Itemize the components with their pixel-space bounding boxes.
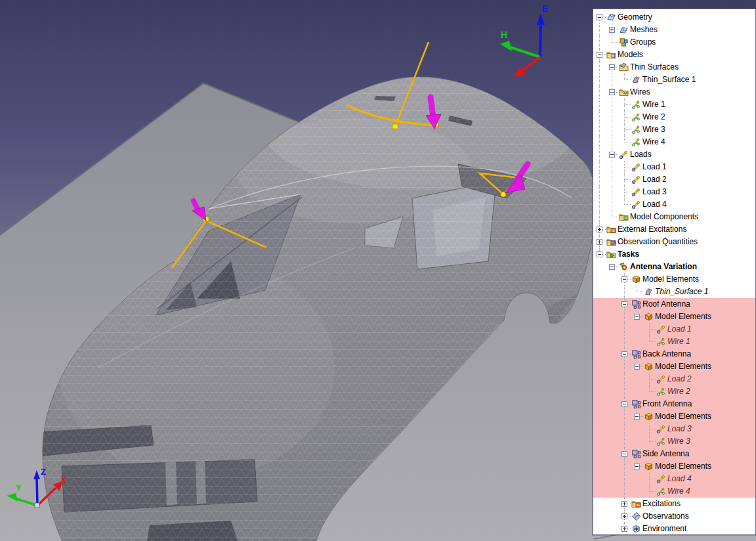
tree-item-load-4[interactable]: Load 4 [593, 198, 755, 211]
tree-indent [593, 523, 606, 535]
tree-item-load-3[interactable]: Load 3 [593, 423, 755, 435]
wire-icon [656, 387, 666, 397]
tree-item-label: Roof Antenna [642, 298, 693, 311]
tree-item-models[interactable]: Models [593, 49, 755, 61]
tree-item-load-4[interactable]: Load 4 [593, 473, 755, 485]
expand-toggle-collapsed[interactable] [621, 513, 627, 519]
tree-item-thin-surface-1[interactable]: Thin_Surface 1 [593, 286, 755, 298]
tree-item-wire-2[interactable]: Wire 2 [593, 385, 755, 398]
tree-item-geometry[interactable]: Geometry [593, 11, 755, 24]
tree-item-observation-quantities[interactable]: Observation Quantities [593, 236, 755, 248]
tree-item-thin-surface-1[interactable]: Thin_Surface 1 [593, 74, 755, 86]
tree-item-environment[interactable]: Environment [593, 523, 755, 535]
tree-item-wire-3[interactable]: Wire 3 [593, 435, 755, 448]
tree-item-side-antenna[interactable]: Side Antenna [593, 448, 755, 460]
tree-indent [593, 398, 606, 410]
tree-item-label: Groups [630, 36, 658, 49]
tree-item-wire-1[interactable]: Wire 1 [593, 98, 755, 111]
tree-item-load-3[interactable]: Load 3 [593, 186, 755, 198]
tree-connector [618, 198, 631, 211]
tree-indent [631, 385, 643, 398]
expand-toggle-expanded[interactable] [597, 52, 602, 58]
tree-item-label: Wire 3 [667, 435, 693, 448]
tree-item-thin-surfaces[interactable]: Thin Surfaces [593, 61, 755, 74]
tree-indent [618, 460, 631, 473]
tree-item-model-elements[interactable]: Model Elements [593, 410, 755, 423]
tree-item-model-components[interactable]: Model Components [593, 211, 755, 223]
tree-connector [631, 286, 643, 298]
tree-indent [606, 311, 618, 323]
expand-toggle-expanded[interactable] [634, 414, 640, 420]
expand-toggle-expanded[interactable] [621, 451, 627, 457]
expand-toggle-expanded[interactable] [609, 64, 615, 70]
tasks-icon [606, 249, 616, 260]
tree-item-wire-2[interactable]: Wire 2 [593, 111, 755, 123]
tree-item-front-antenna[interactable]: Front Antenna [593, 398, 755, 410]
tree-item-wires[interactable]: Wires [593, 86, 755, 98]
expand-toggle-expanded[interactable] [621, 301, 627, 307]
tree-item-label: Model Elements [655, 410, 714, 423]
tree-item-load-2[interactable]: Load 2 [593, 173, 755, 186]
tree-item-model-elements[interactable]: Model Elements [593, 311, 755, 323]
tree-item-model-elements[interactable]: Model Elements [593, 273, 755, 286]
geometry-icon [606, 12, 616, 23]
expand-toggle-expanded[interactable] [597, 251, 602, 257]
expand-toggle-expanded[interactable] [621, 276, 627, 282]
expand-toggle-expanded[interactable] [597, 14, 602, 20]
tree-indent [593, 435, 606, 448]
tree-item-load-1[interactable]: Load 1 [593, 323, 755, 335]
tree-indent [631, 323, 643, 335]
expand-toggle-expanded[interactable] [609, 89, 615, 95]
tree-item-groups[interactable]: Groups [593, 36, 755, 49]
expand-toggle-expanded[interactable] [634, 314, 640, 320]
antenna-group-icon [631, 449, 641, 460]
tree-indent [593, 473, 606, 485]
expand-toggle-collapsed[interactable] [621, 501, 627, 507]
tree-indent [606, 473, 618, 485]
expand-toggle-expanded[interactable] [634, 364, 640, 370]
tree-item-back-antenna[interactable]: Back Antenna [593, 348, 755, 360]
tree-item-wire-4[interactable]: Wire 4 [593, 485, 755, 498]
tree-item-observations[interactable]: Observations [593, 510, 755, 523]
expand-toggle-expanded[interactable] [621, 401, 627, 407]
expand-toggle-expanded[interactable] [634, 464, 640, 469]
tree-item-model-elements[interactable]: Model Elements [593, 460, 755, 473]
tree-connector [606, 86, 618, 98]
expand-toggle-expanded[interactable] [609, 152, 615, 158]
expand-toggle-collapsed[interactable] [609, 27, 615, 33]
tree-item-model-elements[interactable]: Model Elements [593, 360, 755, 373]
model-tree-panel[interactable]: GeometryMeshesGroupsModelsThin SurfacesT… [593, 9, 756, 535]
tree-item-roof-antenna[interactable]: Roof Antenna [593, 298, 755, 311]
expand-toggle-collapsed[interactable] [597, 239, 602, 245]
tree-item-wire-1[interactable]: Wire 1 [593, 335, 755, 348]
tree-item-label: Model Components [630, 211, 701, 223]
excitations-icon [606, 225, 616, 235]
expand-toggle-expanded[interactable] [609, 264, 615, 270]
tree-indent [606, 74, 618, 86]
tree-item-label: Thin_Surface 1 [655, 286, 711, 298]
expand-toggle-collapsed[interactable] [621, 526, 627, 532]
tree-indent [606, 510, 618, 523]
expand-toggle-collapsed[interactable] [597, 227, 602, 232]
tree-item-label: Wire 1 [667, 335, 693, 348]
tree-indent [618, 323, 631, 335]
tree-item-wire-4[interactable]: Wire 4 [593, 136, 755, 148]
tree-item-excitations[interactable]: Excitations [593, 498, 755, 510]
tree-item-loads[interactable]: Loads [593, 148, 755, 161]
expand-toggle-expanded[interactable] [621, 351, 627, 357]
tree-item-external-excitations[interactable]: External Excitations [593, 223, 755, 236]
tree-item-load-1[interactable]: Load 1 [593, 161, 755, 173]
tree-indent [606, 323, 618, 335]
tree-indent [606, 435, 618, 448]
tree-item-meshes[interactable]: Meshes [593, 24, 755, 36]
tree-connector [618, 510, 631, 523]
thin-surface-icon [631, 75, 641, 85]
tree-item-load-2[interactable]: Load 2 [593, 373, 755, 385]
tree-indent [606, 498, 618, 510]
tree-item-antenna-variation[interactable]: Antenna Variation [593, 261, 755, 273]
tree-indent [618, 286, 631, 298]
tree-item-tasks[interactable]: Tasks [593, 248, 755, 261]
tree-indent [618, 335, 631, 348]
tree-item-wire-3[interactable]: Wire 3 [593, 123, 755, 136]
tree-item-label: Model Elements [655, 311, 714, 323]
